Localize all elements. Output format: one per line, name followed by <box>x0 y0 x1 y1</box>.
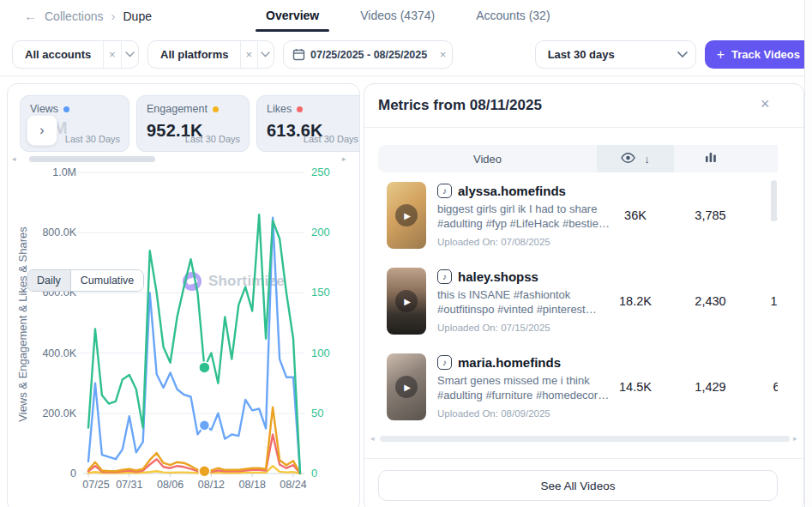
highlight-dot-videos <box>199 362 210 373</box>
video-thumbnail[interactable]: ▶ <box>387 182 426 249</box>
left-axis-tick: 800.0K <box>42 226 76 238</box>
accounts-clear-icon[interactable]: × <box>104 41 121 68</box>
video-cell: ▶ ♪ alyssa.homefinds biggest girls girl … <box>378 182 597 249</box>
date-range-filter[interactable]: 07/25/2025 - 08/25/2025 × <box>283 40 453 69</box>
left-axis-tick: 200.0K <box>42 407 76 419</box>
accounts-chevron-down-icon[interactable] <box>121 41 138 68</box>
left-axis-tick: 0 <box>70 468 76 480</box>
table-vertical-scrollbar-thumb[interactable] <box>771 180 777 221</box>
highlight-dot-engagement <box>199 466 210 477</box>
x-axis-label: 07/25 <box>82 479 109 491</box>
scroll-left-icon[interactable]: ◂ <box>370 434 375 443</box>
metrics-line-chart[interactable]: 0200.0K400.0K600.0K800.0K1.0M05010015020… <box>8 166 360 504</box>
video-uploaded-date: Uploaded On: 07/08/2025 <box>437 237 624 247</box>
metrics-panel-title: Metrics from 08/11/2025 <box>378 97 542 114</box>
period-select-value: Last 30 days <box>536 48 627 61</box>
tab-overview[interactable]: Overview <box>264 1 321 30</box>
close-icon[interactable]: × <box>761 95 770 113</box>
tiktok-icon: ♪ <box>437 355 452 370</box>
metrics-panel: Metrics from 08/11/2025 × Video ↓ ▶ <box>364 83 804 507</box>
eye-icon <box>621 151 635 166</box>
table-horizontal-scrollbar[interactable]: ◂ ▸ <box>364 434 804 444</box>
metric2-column-header[interactable] <box>674 145 747 172</box>
plus-icon: + <box>717 47 725 63</box>
video-uploaded-date: Uploaded On: 07/15/2025 <box>437 323 624 333</box>
period-select[interactable]: Last 30 days <box>535 40 696 69</box>
period-chevron-down-icon <box>670 41 695 68</box>
metric2-value: 3,785 <box>674 208 747 222</box>
highlight-dot-views <box>199 420 209 431</box>
video-username[interactable]: haley.shopss <box>458 269 538 284</box>
video-cell: ▶ ♪ maria.homefinds Smart genes missed m… <box>378 353 597 420</box>
x-axis-label: 08/24 <box>280 479 306 491</box>
date-range-clear-icon[interactable]: × <box>434 41 452 68</box>
chart-mode-toggle: Daily Cumulative <box>27 269 144 292</box>
video-thumbnail[interactable]: ▶ <box>387 353 426 420</box>
platforms-clear-icon[interactable]: × <box>241 41 257 68</box>
video-row[interactable]: ▶ ♪ haley.shopss this is INSANE #fashion… <box>378 258 778 344</box>
platforms-filter[interactable]: All platforms × <box>147 40 274 69</box>
toggle-daily[interactable]: Daily <box>27 270 71 291</box>
tab-accounts[interactable]: Accounts (32) <box>474 1 551 30</box>
video-username[interactable]: alyssa.homefinds <box>458 184 566 198</box>
breadcrumb-collections[interactable]: Collections <box>45 9 103 23</box>
page-scrollbar[interactable] <box>804 0 812 507</box>
video-column-header: Video <box>378 145 597 172</box>
scroll-right-icon[interactable]: ▸ <box>793 434 797 443</box>
tab-videos[interactable]: Videos (4374) <box>358 1 436 30</box>
top-nav: ← Collections › Dupe Overview Videos (43… <box>0 0 812 34</box>
scroll-right-icon[interactable]: ▸ <box>342 154 346 163</box>
videos-table: Video ↓ ▶ ♪ <box>378 145 778 433</box>
table-vertical-scrollbar[interactable] <box>771 177 777 434</box>
tab-bar: Overview Videos (4374) Accounts (32) <box>264 0 552 31</box>
toggle-cumulative[interactable]: Cumulative <box>71 270 144 291</box>
engagement-dot-icon <box>213 106 219 112</box>
video-uploaded-date: Uploaded On: 08/09/2025 <box>437 408 624 419</box>
y-axis-title: Views & Engagement & Likes & Shares <box>16 226 29 422</box>
video-row[interactable]: ▶ ♪ alyssa.homefinds biggest girls girl … <box>378 172 778 258</box>
metric2-value: 1,429 <box>674 380 747 394</box>
scroll-overlay-button[interactable]: › <box>27 115 57 146</box>
metric3-column-header[interactable] <box>747 145 778 172</box>
series-views <box>88 218 300 473</box>
engagement-card-period: Last 30 Days <box>185 134 240 144</box>
likes-card-period: Last 30 Days <box>304 134 358 144</box>
x-axis-label: 08/18 <box>239 479 266 491</box>
views-metric-card[interactable]: Views M › Last 30 Days <box>20 95 129 152</box>
likes-metric-card[interactable]: Likes 613.6K Last 30 Days <box>256 95 360 152</box>
play-icon: ▶ <box>395 204 418 226</box>
right-axis-tick: 0 <box>311 467 317 480</box>
see-all-videos-button[interactable]: See All Videos <box>378 470 778 501</box>
metric-cards-row: Views M › Last 30 Days Engagement 952.1K… <box>20 95 360 152</box>
tiktok-icon: ♪ <box>437 184 452 198</box>
sort-descending-icon: ↓ <box>644 153 650 166</box>
video-thumbnail[interactable]: ▶ <box>387 268 426 335</box>
x-axis-label: 08/12 <box>198 479 225 491</box>
engagement-metric-card[interactable]: Engagement 952.1K Last 30 Days <box>136 95 250 152</box>
date-range-value: 07/25/2025 - 08/25/2025 <box>305 49 434 61</box>
likes-dot-icon <box>297 106 303 112</box>
video-row[interactable]: ▶ ♪ maria.homefinds Smart genes missed m… <box>378 344 778 430</box>
breadcrumb: ← Collections › Dupe <box>24 9 152 23</box>
metric-cards-scrollbar-thumb[interactable] <box>29 156 155 162</box>
breadcrumb-current: Dupe <box>123 9 151 23</box>
overlay-chevron-icon: › <box>39 123 44 138</box>
table-horizontal-scrollbar-thumb[interactable] <box>380 436 790 442</box>
play-icon: ▶ <box>395 376 418 398</box>
back-arrow-icon[interactable]: ← <box>24 9 37 23</box>
filter-bar-divider <box>0 75 812 76</box>
views-column-header[interactable]: ↓ <box>597 145 674 172</box>
metric-cards-scrollbar[interactable]: ◂ ▸ <box>8 154 360 165</box>
video-username[interactable]: maria.homefinds <box>458 355 561 370</box>
table-header-row: Video ↓ <box>378 145 778 172</box>
track-videos-button[interactable]: + Track Videos <box>705 40 812 69</box>
accounts-filter[interactable]: All accounts × <box>12 40 139 69</box>
left-axis-tick: 1.0M <box>52 166 76 178</box>
platforms-chevron-down-icon[interactable] <box>257 41 274 68</box>
views-card-label-row: Views <box>30 103 119 115</box>
accounts-filter-value: All accounts <box>13 48 103 61</box>
scroll-left-icon[interactable]: ◂ <box>12 154 16 163</box>
metric2-value: 2,430 <box>674 294 747 308</box>
video-cell: ▶ ♪ haley.shopss this is INSANE #fashion… <box>378 268 597 335</box>
views-value: 14.5K <box>597 380 674 394</box>
